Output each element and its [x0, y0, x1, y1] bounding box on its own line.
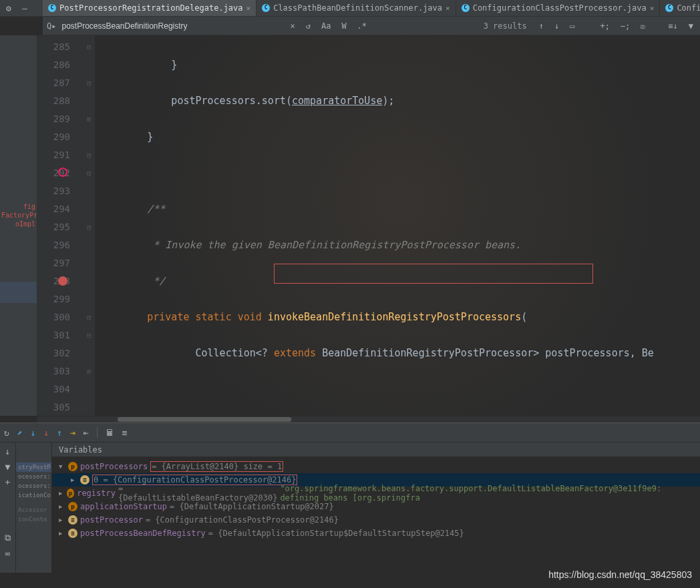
history-icon[interactable]: ↺ [303, 21, 313, 31]
var-value: = {DefaultApplicationStartup$DefaultStar… [208, 529, 464, 538]
close-icon[interactable]: × [246, 4, 251, 13]
link-icon[interactable]: ∞ [5, 549, 11, 559]
evaluate-icon[interactable]: 🖩 [106, 428, 114, 438]
select-all-icon[interactable]: ▭ [567, 21, 577, 31]
variables-header: Variables [52, 443, 700, 457]
restart-icon[interactable]: ↻ [4, 428, 9, 438]
line-number: 295 [37, 218, 82, 236]
step-into-icon[interactable]: ↓ [31, 428, 36, 438]
frames-strip: stryPostP ocessors: ocessors: icationCo … [16, 443, 52, 573]
var-value: = {ArrayList@2140} size = 1 [152, 462, 282, 471]
frame-item[interactable]: Accessor [16, 505, 51, 515]
filter-icon[interactable]: ▼ [5, 462, 11, 472]
line-number: 287 [37, 74, 82, 92]
step-out-icon[interactable]: ↑ [57, 428, 62, 438]
variables-panel: Variables ▼ p postProcessors = {ArrayLis… [52, 443, 700, 573]
line-number: 305 [37, 398, 82, 416]
var-node[interactable]: ▶ ≡ postProcessBeanDefRegistry = {Defaul… [52, 527, 700, 540]
tab-label: PostProcessorRegistrationDelegate.java [59, 3, 243, 13]
breakpoint-icon[interactable] [58, 276, 67, 286]
search-input[interactable] [61, 21, 282, 31]
var-name: postProcessor [80, 515, 143, 525]
watermark: https://blog.csdn.net/qq_38425803 [548, 569, 692, 580]
var-node[interactable]: ▼ p postProcessors = {ArrayList@2140} si… [52, 460, 700, 473]
step-over-icon[interactable]: ⬈ [17, 428, 23, 438]
add-icon[interactable]: + [5, 477, 11, 487]
code-line: private static void invokeBeanDefinition… [95, 308, 700, 326]
close-icon[interactable]: × [446, 4, 450, 13]
line-number: 304 [37, 380, 82, 398]
frame-item[interactable]: ocessors: [16, 472, 51, 481]
expand-arrow-icon[interactable]: ▶ [59, 517, 65, 523]
down-icon[interactable]: ↓ [5, 447, 11, 457]
line-number: 302 [37, 344, 82, 362]
run-to-cursor-icon[interactable]: ⇥ [70, 428, 75, 438]
tab-postprocessor[interactable]: C PostProcessorRegistrationDelegate.java… [43, 0, 256, 16]
horizontal-scrollbar[interactable] [37, 416, 700, 422]
code-area[interactable]: } postProcessors.sort(comparatorToUse); … [95, 35, 700, 416]
java-file-icon: C [262, 4, 270, 12]
expand-arrow-icon[interactable]: ▼ [59, 463, 65, 470]
highlight-box [274, 264, 593, 284]
code-line: Collection<? extends BeanDefinitionRegis… [95, 344, 700, 362]
line-gutter: 285 286 287 288 289 290 291 292 293 294 … [37, 35, 83, 416]
line-number: 292 [37, 164, 82, 182]
minimize-icon[interactable]: — [19, 3, 31, 13]
drop-frame-icon[interactable]: ⇤ [83, 428, 89, 438]
tab-configutils[interactable]: C ConfigurationClassUtils.ja [660, 0, 700, 16]
code-line [95, 380, 700, 398]
next-icon[interactable]: ↓ [552, 21, 562, 31]
filter-icon[interactable]: ▼ [686, 21, 696, 31]
var-value: = {ConfigurationClassPostProcessor@2146} [146, 515, 339, 525]
frame-item[interactable]: stryPostP [16, 463, 51, 472]
word-icon[interactable]: W [339, 21, 349, 31]
line-number: 297 [37, 254, 82, 272]
find-bar: Q▸ × ↺ Aa W .* 3 results ↑ ↓ ▭ +; −; ⎄ ≡… [43, 17, 700, 35]
var-node[interactable]: ▶ p registry = {DefaultListableBeanFacto… [52, 487, 700, 500]
code-line: * Invoke the given BeanDefinitionRegistr… [95, 236, 700, 254]
frame-item[interactable]: ocessors: [16, 481, 51, 491]
layout-icon[interactable]: ≡ [122, 428, 128, 438]
all-selection-icon[interactable]: ⎄ [638, 21, 648, 31]
code-line: } [95, 56, 700, 74]
var-node[interactable]: ▶ ≡ postProcessor = {ConfigurationClassP… [52, 513, 700, 527]
remove-selection-icon[interactable]: −; [618, 21, 633, 31]
add-selection-icon[interactable]: +; [597, 21, 612, 31]
code-line [95, 164, 700, 182]
line-number: 296 [37, 236, 82, 254]
search-results: 3 results [484, 21, 527, 31]
search-icon: Q▸ [47, 21, 56, 31]
var-name: registry [77, 489, 116, 498]
line-number: 285 [37, 38, 82, 56]
expand-arrow-icon[interactable]: ▶ [59, 503, 65, 510]
variables-tree[interactable]: ▼ p postProcessors = {ArrayList@2140} si… [52, 457, 700, 573]
close-icon[interactable]: × [650, 4, 655, 13]
expand-arrow-icon[interactable]: ▶ [59, 490, 64, 497]
tab-classpath[interactable]: C ClassPathBeanDefinitionScanner.java × [256, 0, 456, 16]
frame-item[interactable]: ionConte [16, 515, 51, 524]
var-value: = {DefaultListableBeanFactory@2030} [118, 484, 277, 503]
prev-icon[interactable]: ↑ [536, 21, 546, 31]
settings-icon[interactable]: ≡↓ [665, 21, 680, 31]
settings-icon[interactable]: ⚙ [3, 3, 15, 13]
strip-marker [0, 282, 37, 292]
param-badge-icon: p [67, 489, 74, 498]
strip-item: FactoryPro [0, 211, 37, 220]
line-number: 300 [37, 308, 82, 326]
case-icon[interactable]: Aa [319, 21, 333, 31]
frame-item[interactable]: icationCo [16, 491, 51, 500]
tab-label: ConfigurationClassUtils.ja [677, 3, 700, 13]
override-icon[interactable] [58, 168, 67, 177]
code-line: postProcessors.sort(comparatorToUse); [95, 92, 700, 110]
tab-configclass[interactable]: C ConfigurationClassPostProcessor.java × [456, 0, 661, 16]
clear-icon[interactable]: × [287, 21, 297, 31]
code-line: } [95, 128, 700, 146]
copy-icon[interactable]: ⧉ [5, 533, 11, 543]
regex-icon[interactable]: .* [355, 21, 369, 31]
expand-arrow-icon[interactable]: ▶ [59, 530, 65, 537]
force-step-icon[interactable]: ↓ [43, 428, 49, 438]
strip-item: fig [0, 202, 37, 211]
scrollbar-thumb[interactable] [118, 417, 291, 422]
expand-arrow-icon[interactable]: ▶ [71, 477, 77, 483]
line-number: 299 [37, 290, 82, 308]
